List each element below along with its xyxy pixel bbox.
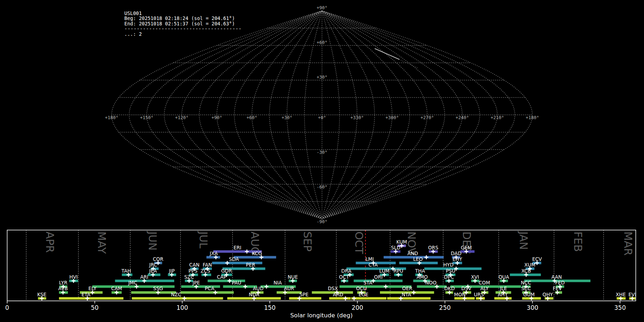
shower-code-label: NIA bbox=[274, 280, 282, 286]
shower-JIP: JIP bbox=[168, 268, 176, 277]
shower-code-label: DSV bbox=[461, 286, 472, 291]
x-tick-label: 150 bbox=[264, 304, 275, 311]
shower-code-label: EGE bbox=[358, 292, 369, 297]
shower-code-label: MON bbox=[454, 292, 465, 297]
shower-code-label: LEO bbox=[413, 256, 423, 262]
shower-code-label: ALY bbox=[480, 286, 489, 291]
shower-code-label: JIP bbox=[169, 268, 175, 274]
x-axis-title: Solar longitude (deg) bbox=[290, 312, 352, 319]
shower-code-label: DAD bbox=[451, 250, 462, 256]
shower-code-label: DPC bbox=[444, 274, 454, 280]
shower-code-label: CAP bbox=[217, 274, 226, 280]
shower-code-label: RPU bbox=[394, 268, 403, 274]
month-label: SEP bbox=[301, 231, 314, 252]
month-label: OCT bbox=[353, 231, 365, 254]
shower-code-label: JMC bbox=[128, 280, 137, 286]
shower-code-label: HVI bbox=[69, 274, 78, 280]
shower-XHE: XHE bbox=[616, 292, 626, 301]
shower-code-label: AND bbox=[408, 250, 418, 256]
shower-ZCS: ZCS bbox=[200, 268, 211, 277]
shower-CAM: CAM bbox=[111, 286, 122, 294]
shower-code-label: XVI bbox=[471, 274, 479, 280]
activity-bar bbox=[354, 280, 403, 282]
shower-code-label: QHY bbox=[542, 292, 553, 297]
x-tick-label: 0 bbox=[5, 304, 9, 311]
activity-bar bbox=[329, 297, 351, 300]
shower-code-label: OCU bbox=[356, 286, 367, 291]
shower-code-label: ERI bbox=[234, 245, 241, 250]
activity-bar bbox=[312, 291, 353, 294]
shower-code-label: LMI bbox=[366, 256, 374, 262]
shower-code-label: XCB bbox=[521, 268, 531, 274]
shower-code-label: FED bbox=[555, 280, 565, 286]
shower-code-label: HYD bbox=[443, 262, 454, 268]
month-label: MAY bbox=[96, 231, 108, 254]
shower-code-label: GDR bbox=[221, 268, 232, 274]
shower-GUM: GUM bbox=[522, 292, 541, 301]
shower-code-label: ARD bbox=[333, 292, 343, 297]
activity-bar bbox=[340, 286, 411, 288]
shower-EHY: EHY bbox=[453, 256, 463, 265]
shower-code-label: NOO bbox=[425, 280, 436, 286]
shower-code-label: AAN bbox=[551, 274, 562, 280]
shower-code-label: COR bbox=[153, 256, 163, 262]
activity-bar bbox=[206, 256, 220, 259]
shower-code-label: GEM bbox=[461, 245, 472, 250]
shower-AVB: AVB bbox=[58, 286, 68, 294]
activity-bar bbox=[131, 291, 176, 294]
shower-ORS: ORS bbox=[428, 245, 438, 254]
shower-QHY: QHY bbox=[542, 292, 553, 301]
x-tick-label: 300 bbox=[527, 304, 538, 311]
shower-OCT: OCT bbox=[339, 274, 350, 283]
shower-code-label: PCA bbox=[205, 286, 215, 291]
activity-bar bbox=[494, 297, 512, 300]
shower-code-label: OER bbox=[402, 286, 413, 291]
activity-bar bbox=[387, 297, 430, 300]
shower-code-label: CTA bbox=[369, 262, 378, 268]
shower-NUE: NUE bbox=[288, 274, 298, 283]
shower-code-label: ELY bbox=[88, 286, 97, 291]
shower-code-label: DSX bbox=[328, 286, 338, 291]
shower-EVI: EVI bbox=[628, 292, 636, 301]
x-tick-label: 50 bbox=[91, 304, 99, 311]
activity-bar bbox=[234, 256, 276, 259]
shower-code-label: AUR bbox=[284, 286, 294, 291]
shower-MON: MON bbox=[454, 292, 475, 301]
shower-code-label: COM bbox=[479, 280, 490, 286]
shower-code-label: SZC bbox=[184, 274, 194, 280]
shower-code-label: FAN bbox=[203, 262, 212, 268]
shower-code-label: EHY bbox=[453, 256, 463, 262]
shower-code-label: ORS bbox=[428, 245, 438, 250]
shower-code-label: AUD bbox=[253, 286, 264, 291]
shower-code-label: NZC bbox=[171, 292, 181, 297]
shower-XVI: XVI bbox=[471, 274, 479, 283]
shower-code-label: NCC bbox=[521, 280, 531, 286]
x-tick-label: 100 bbox=[176, 304, 188, 311]
shower-code-label: PER bbox=[246, 262, 255, 268]
shower-code-label: EVI bbox=[628, 292, 636, 297]
shower-code-label: SPE bbox=[299, 292, 308, 297]
shower-code-label: XUM bbox=[525, 262, 536, 268]
shower-code-label: CAM bbox=[111, 286, 122, 291]
shower-code-label: DKD bbox=[444, 286, 455, 291]
shower-RPU: RPU bbox=[394, 268, 403, 277]
month-label: MAR bbox=[622, 231, 634, 255]
shower-code-label: LYR bbox=[59, 280, 67, 286]
shower-code-label: NUE bbox=[288, 274, 298, 280]
shower-code-label: KSE bbox=[37, 292, 47, 297]
shower-code-label: SDA bbox=[229, 256, 239, 262]
shower-code-label: SSG bbox=[153, 286, 163, 291]
shower-activity-chart: Solar longitude (deg) APRMAYJUNJULAUGSEP… bbox=[0, 0, 644, 322]
shower-code-label: JPE bbox=[192, 280, 200, 286]
shower-code-label: JXA bbox=[209, 250, 218, 256]
shower-code-label: AVB bbox=[58, 286, 68, 291]
shower-code-label: SLD bbox=[391, 245, 401, 250]
shower-URS: URS bbox=[474, 292, 485, 301]
activity-bar bbox=[59, 297, 123, 300]
shower-NDA: NDA bbox=[227, 292, 281, 301]
shower-code-label: FEV bbox=[553, 286, 562, 291]
shower-code-label: THA bbox=[415, 268, 425, 274]
shower-code-label: NTA bbox=[402, 292, 411, 297]
x-tick-label: 350 bbox=[614, 304, 626, 311]
x-tick-label: 200 bbox=[352, 304, 363, 311]
